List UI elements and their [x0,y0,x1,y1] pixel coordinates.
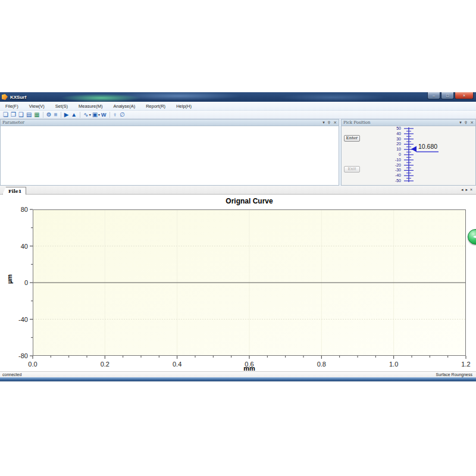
menu-measure[interactable]: Measure(M) [73,102,108,110]
copy-file-icon[interactable]: ❑ [17,111,25,118]
ruler-tick-label: 10 [386,147,401,152]
minimize-button[interactable]: – [427,92,440,99]
document-tab-bar: File1 ◂▸× [0,186,476,195]
toolbar: ❏❐❑▤▦⚙≡▶▲∿▾▣▾W♀∅ [0,111,476,119]
tab-close-icon[interactable]: × [470,187,472,192]
x-axis-tick-label: 1.0 [381,361,407,368]
tab-file1[interactable]: File1 [2,187,26,195]
ruler-tick-label: 20 [386,142,401,146]
tab-next-icon[interactable]: ▸ [465,187,468,192]
menu-help[interactable]: Help(H) [171,102,197,110]
window-title: KXSurf [10,95,26,100]
ruler-tick-label: -10 [386,158,401,162]
ruler-tick-label: 0 [386,152,401,157]
app-icon [2,94,8,100]
x-axis-tick-label: 0.4 [164,361,190,368]
status-bar: connected Surface Roungness [0,371,476,377]
pick-position-panel-body: Enter Exit 10.680 50403020100-10-20-30-4… [341,126,476,186]
dropdown-icon[interactable]: ▾ [322,120,325,125]
maximize-button[interactable]: □ [441,92,454,99]
save-file-icon[interactable]: ▤ [25,111,33,118]
x-axis-tick-label: 0.6 [236,361,262,368]
ruler-tick-label: -40 [386,173,401,178]
new-file-icon[interactable]: ❏ [2,111,10,118]
parameter-panel-body [0,126,339,186]
menu-set[interactable]: Set(S) [50,102,73,110]
window-bottom-edge [0,377,476,381]
parameter-panel: Parameter ▾♀× [0,119,339,186]
screen: KXSurf –□× File(F)View(V)Set(S)Measure(M… [0,0,476,476]
ruler-tick-label: -20 [386,163,401,168]
pick-position-header-buttons: ▾♀× [456,120,474,126]
toolbar-separator [109,112,110,118]
title-bar: KXSurf –□× [0,92,476,102]
ruler-tick-label: 50 [386,126,401,131]
ruler-tick-label: -30 [386,168,401,173]
y-axis-tick-label: -80 [8,352,28,359]
close-icon[interactable]: × [333,120,337,125]
toolbar-separator [43,112,43,118]
position-ruler [342,126,476,186]
menu-report[interactable]: Report(R) [140,102,171,110]
lift-probe-icon[interactable]: ▲ [70,111,78,118]
open-file-icon[interactable]: ❐ [10,111,17,118]
excel-export-icon[interactable]: ▦ [33,111,40,118]
parameter-header-buttons: ▾♀× [320,120,337,126]
connection-status: connected [2,372,21,377]
close-button[interactable]: × [455,92,474,99]
pin-icon[interactable]: ♀ [465,120,467,124]
x-axis-tick-label: 0.2 [92,361,118,368]
position-pointer-icon[interactable] [411,146,416,152]
image-export-icon[interactable]: ▣ [91,111,99,118]
ruler-tick-label: -50 [386,178,401,183]
magnet-icon[interactable]: ∅ [118,111,126,118]
x-axis-tick-label: 0.0 [20,361,46,368]
tab-navigation: ◂▸× [461,187,472,192]
pin-icon[interactable]: ♀ [328,120,330,124]
ruler-tick-label: 40 [386,131,401,136]
menu-bar: File(F)View(V)Set(S)Measure(M)Analyse(A)… [0,102,476,111]
x-axis-tick-label: 0.8 [308,361,334,368]
start-measure-icon[interactable]: ▶ [63,111,70,118]
y-axis-tick-label: -40 [8,316,28,323]
y-axis-tick-label: 40 [8,243,28,250]
menu-view[interactable]: View(V) [24,102,50,110]
x-axis-tick-label: 1.2 [453,361,476,368]
menu-analyse[interactable]: Analyse(A) [108,102,141,110]
app-window: KXSurf –□× File(F)View(V)Set(S)Measure(M… [0,92,476,381]
document-area: Orignal Curve µm mm 0.00.20.40.60.81.01.… [0,195,476,371]
settings-gear-icon[interactable]: ⚙ [45,111,53,118]
dropdown-icon[interactable]: ▾ [459,120,462,125]
pick-position-value: 10.680 [418,143,437,150]
mode-status: Surface Roungness [436,372,472,377]
y-axis-tick-label: 80 [8,206,28,213]
close-icon[interactable]: × [470,120,474,125]
word-report-icon[interactable]: W [100,111,108,118]
toolbar-separator [80,112,80,118]
pick-position-panel-header: Pick Position ▾♀× [341,119,476,126]
pick-position-panel-title: Pick Position [343,120,453,125]
ruler-tick-label: 30 [386,137,401,142]
chart-axes [0,195,476,371]
parameter-list-icon[interactable]: ≡ [53,111,59,118]
parameter-panel-header: Parameter ▾♀× [0,119,339,126]
tab-prev-icon[interactable]: ◂ [461,187,464,192]
parameter-panel-title: Parameter [2,120,317,125]
menu-file[interactable]: File(F) [0,102,24,110]
probe-position-icon[interactable]: ♀ [112,111,119,118]
pick-position-panel: Pick Position ▾♀× Enter Exit 10.680 5040… [341,119,476,186]
y-axis-tick-label: 0 [8,279,28,286]
window-controls: –□× [427,92,474,99]
toolbar-separator [61,112,61,118]
